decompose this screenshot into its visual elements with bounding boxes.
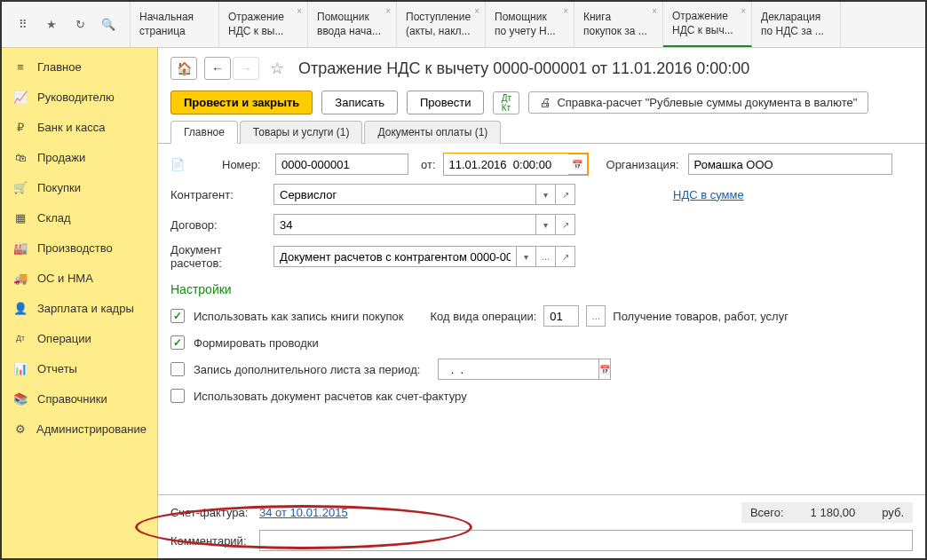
dropdown-button[interactable]: ▾	[536, 184, 556, 205]
opcode-select[interactable]: …	[586, 305, 606, 327]
nav-sales[interactable]: 🛍Продажи	[2, 142, 157, 172]
cb-postings-label: Формировать проводки	[194, 336, 319, 350]
tab-2[interactable]: Помощникввода нача...×	[308, 2, 397, 47]
star-icon[interactable]: ★	[41, 14, 62, 35]
number-input[interactable]	[275, 154, 408, 175]
back-button[interactable]: ←	[204, 57, 231, 80]
forward-button[interactable]: →	[233, 57, 259, 80]
settlement-input[interactable]	[273, 246, 517, 267]
factory-icon: 🏭	[12, 240, 28, 256]
footer: Счет-фактура: 34 от 10.01.2015 Всего: 1 …	[158, 494, 925, 558]
post-close-button[interactable]: Провести и закрыть	[170, 91, 313, 114]
period-input[interactable]	[438, 359, 599, 380]
counterparty-input[interactable]	[273, 184, 536, 205]
post-button[interactable]: Провести	[407, 91, 485, 114]
dtk-button[interactable]: ДтКт	[493, 91, 519, 114]
apps-icon[interactable]: ⠿	[12, 14, 34, 35]
tab-6-active[interactable]: ОтражениеНДС к выч...×	[663, 2, 752, 47]
cb-extra-sheet[interactable]	[170, 362, 185, 376]
nav-bank[interactable]: ₽Банк и касса	[2, 112, 157, 142]
opcode-input[interactable]	[543, 305, 579, 327]
nav-main[interactable]: ≡Главное	[2, 51, 157, 82]
tab-5[interactable]: Книгапокупок за ...×	[574, 2, 663, 47]
settlement-label: Документ расчетов:	[170, 243, 273, 270]
close-icon[interactable]: ×	[474, 5, 479, 17]
cb-as-invoice-label: Использовать документ расчетов как счет-…	[194, 390, 467, 403]
nav-payroll[interactable]: 👤Зарплата и кадры	[2, 293, 157, 323]
bars-icon: 📊	[12, 360, 28, 376]
cb-as-invoice[interactable]	[170, 389, 185, 403]
nav-admin[interactable]: ⚙Администрирование	[2, 414, 157, 444]
truck-icon: 🚚	[12, 270, 28, 286]
tab-home[interactable]: Начальнаястраница	[131, 2, 219, 47]
contract-label: Договор:	[170, 218, 273, 232]
report-button[interactable]: 🖨 Справка-расчет "Рублевые суммы докумен…	[528, 91, 868, 114]
history-icon[interactable]: ↻	[69, 14, 91, 35]
select-button[interactable]: …	[536, 246, 556, 267]
gear-icon: ⚙	[12, 421, 28, 437]
opcode-desc: Получение товаров, работ, услуг	[613, 310, 788, 323]
doc-tab-payments[interactable]: Документы оплаты (1)	[364, 121, 501, 144]
dropdown-button[interactable]: ▾	[536, 214, 556, 235]
nav-operations[interactable]: ДтОперации	[2, 323, 157, 353]
number-label: Номер:	[222, 158, 275, 171]
tab-4[interactable]: Помощникпо учету Н...×	[486, 2, 574, 47]
nav-assets[interactable]: 🚚ОС и НМА	[2, 263, 157, 293]
cart-icon: 🛒	[12, 179, 28, 195]
nav-warehouse[interactable]: ▦Склад	[2, 202, 157, 233]
status-icon: 📄	[170, 158, 186, 170]
books-icon: 📚	[12, 390, 28, 406]
nav-manager[interactable]: 📈Руководителю	[2, 82, 157, 112]
cb-extra-sheet-label: Запись дополнительного листа за период:	[194, 363, 420, 376]
bag-icon: 🛍	[12, 149, 28, 165]
open-button[interactable]: ↗	[556, 214, 575, 235]
save-button[interactable]: Записать	[321, 91, 398, 114]
doc-tab-main[interactable]: Главное	[170, 121, 238, 144]
cb-book-entry[interactable]	[170, 309, 185, 323]
printer-icon: 🖨	[540, 96, 551, 109]
org-input[interactable]	[688, 154, 892, 175]
invoice-link[interactable]: 34 от 10.01.2015	[259, 506, 348, 519]
vat-link[interactable]: НДС в сумме	[673, 188, 744, 201]
dtk-icon: Дт	[12, 330, 28, 346]
ruble-icon: ₽	[12, 119, 28, 135]
close-icon[interactable]: ×	[297, 5, 302, 17]
calendar-button[interactable]: 📅	[599, 359, 611, 380]
total-value: 1 180,00	[811, 506, 856, 519]
invoice-label: Счет-фактура:	[170, 506, 259, 519]
nav-reports[interactable]: 📊Отчеты	[2, 353, 157, 383]
nav-production[interactable]: 🏭Производство	[2, 233, 157, 263]
date-input[interactable]	[444, 154, 568, 175]
close-icon[interactable]: ×	[385, 5, 391, 17]
tab-7[interactable]: Декларацияпо НДС за ...	[752, 2, 841, 47]
favorite-button[interactable]: ☆	[266, 58, 288, 79]
menu-icon: ≡	[12, 59, 28, 75]
comment-label: Комментарий:	[170, 534, 259, 548]
from-label: от:	[421, 158, 436, 171]
tab-3[interactable]: Поступление(акты, накл...×	[397, 2, 486, 47]
doc-tab-goods[interactable]: Товары и услуги (1)	[240, 121, 363, 144]
nav-purchases[interactable]: 🛒Покупки	[2, 172, 157, 202]
page-title: Отражение НДС к вычету 0000-000001 от 11…	[298, 59, 749, 78]
currency: руб.	[882, 506, 904, 519]
counterparty-label: Контрагент:	[170, 188, 273, 201]
sidebar: ≡Главное 📈Руководителю ₽Банк и касса 🛍Пр…	[2, 48, 158, 558]
top-toolbar: ⠿ ★ ↻ 🔍 Начальнаястраница ОтражениеНДС к…	[2, 2, 925, 48]
tab-1[interactable]: ОтражениеНДС к вы...×	[219, 2, 308, 47]
open-button[interactable]: ↗	[556, 246, 575, 267]
close-icon[interactable]: ×	[741, 5, 746, 17]
close-icon[interactable]: ×	[563, 5, 568, 17]
home-button[interactable]: 🏠	[170, 57, 197, 80]
calendar-button[interactable]: 📅	[568, 154, 588, 175]
comment-input[interactable]	[259, 530, 913, 551]
open-button[interactable]: ↗	[556, 184, 575, 205]
contract-input[interactable]	[273, 214, 536, 235]
search-icon[interactable]: 🔍	[98, 14, 119, 35]
dropdown-button[interactable]: ▾	[517, 246, 536, 267]
close-icon[interactable]: ×	[652, 5, 657, 17]
content: 🏠 ← → ☆ Отражение НДС к вычету 0000-0000…	[158, 48, 925, 558]
person-icon: 👤	[12, 300, 28, 316]
cb-postings[interactable]	[170, 335, 185, 350]
grid-icon: ▦	[12, 209, 28, 225]
nav-directories[interactable]: 📚Справочники	[2, 383, 157, 414]
